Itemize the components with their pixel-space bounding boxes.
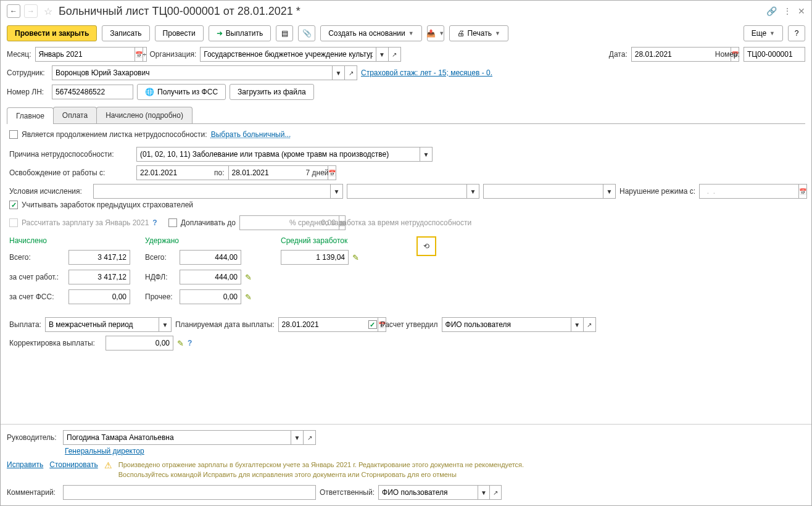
warning-icon: ⚠ <box>104 460 112 470</box>
correction-input[interactable] <box>106 336 173 350</box>
payout-label: Выплата: <box>9 320 41 329</box>
help-icon[interactable]: ? <box>152 218 157 227</box>
withheld-total-input[interactable] <box>180 250 241 265</box>
comment-input[interactable] <box>63 485 316 500</box>
manager-label: Руководитель: <box>7 433 59 442</box>
post-and-close-button[interactable]: Провести и закрыть <box>7 25 97 41</box>
calendar-icon[interactable]: 📅 <box>799 184 807 199</box>
dropdown-icon[interactable]: ▼ <box>291 430 304 445</box>
post-button[interactable]: Провести <box>155 25 204 41</box>
prev-insurers-checkbox[interactable] <box>9 201 18 209</box>
open-icon[interactable]: ↗ <box>345 65 357 80</box>
dropdown-icon[interactable]: ▼ <box>467 184 479 199</box>
topup-checkbox[interactable] <box>168 218 177 227</box>
calendar-icon[interactable]: 📅 <box>135 47 143 62</box>
org-label: Организация: <box>150 50 197 59</box>
release-from-label: Освобождение от работы с: <box>9 168 133 177</box>
open-icon[interactable]: ↗ <box>490 485 502 500</box>
dropdown-icon[interactable]: ▼ <box>571 317 584 332</box>
pay-button[interactable]: ➜Выплатить <box>209 25 271 41</box>
open-icon[interactable]: ↗ <box>304 430 316 445</box>
responsible-label: Ответственный: <box>320 488 375 497</box>
edit-icon[interactable]: ✎ <box>245 292 252 302</box>
continuation-label: Является продолжением листка нетрудоспос… <box>22 130 207 139</box>
month-input[interactable] <box>35 47 135 62</box>
calc-cond-3-input[interactable] <box>483 184 603 199</box>
edit-icon[interactable]: ✎ <box>352 253 359 262</box>
warning-text-2: Воспользуйтесь командой Исправить для ис… <box>118 470 524 479</box>
export-button[interactable]: 📤▼ <box>427 25 444 41</box>
close-icon[interactable]: ✕ <box>798 6 805 16</box>
ln-number-label: Номер ЛН: <box>7 88 48 96</box>
manager-input[interactable] <box>63 430 291 445</box>
accrued-emp-label: за счет работ.: <box>9 273 65 281</box>
calendar-icon[interactable]: 📅 <box>328 165 336 180</box>
open-icon[interactable]: ↗ <box>584 317 596 332</box>
fix-link[interactable]: Исправить <box>7 460 43 469</box>
payout-input[interactable] <box>45 317 159 332</box>
accrued-fss-input[interactable] <box>68 289 130 304</box>
help-icon[interactable]: ? <box>188 339 192 347</box>
window-title: Больничный лист ТЦ00-000001 от 28.01.202… <box>59 5 763 18</box>
ln-number-input[interactable] <box>52 85 133 99</box>
reason-input[interactable] <box>136 147 420 162</box>
continuation-checkbox[interactable] <box>9 130 18 139</box>
dropdown-icon[interactable]: ▼ <box>333 65 345 80</box>
kebab-icon[interactable]: ⋮ <box>783 6 792 16</box>
insurance-link[interactable]: Страховой стаж: лет - 15; месяцев - 0. <box>361 68 492 77</box>
create-based-button[interactable]: Создать на основании▼ <box>320 25 421 41</box>
dropdown-icon[interactable]: ▼ <box>376 47 389 62</box>
open-icon[interactable]: ↗ <box>389 47 401 62</box>
withheld-other-input[interactable] <box>180 289 241 304</box>
get-fss-button[interactable]: 🌐 Получить из ФСС <box>137 84 226 100</box>
forward-button[interactable]: → <box>24 4 38 18</box>
edit-icon[interactable]: ✎ <box>245 273 252 282</box>
violation-date-input[interactable] <box>699 184 799 199</box>
number-input[interactable] <box>744 47 805 62</box>
dropdown-icon[interactable]: ▼ <box>478 485 490 500</box>
avg-earn-input[interactable] <box>281 250 349 265</box>
calc-approved-checkbox[interactable] <box>368 320 377 329</box>
dropdown-icon[interactable]: ▼ <box>420 147 433 162</box>
employee-input[interactable] <box>52 65 333 80</box>
calc-cond-2-input[interactable] <box>347 184 467 199</box>
tab-payment[interactable]: Оплата <box>53 107 97 123</box>
org-input[interactable] <box>200 47 376 62</box>
print-button[interactable]: 🖨 Печать▼ <box>449 25 508 41</box>
calc-cond-1-input[interactable] <box>93 184 331 199</box>
violation-label: Нарушение режима с: <box>619 187 695 196</box>
edit-icon[interactable]: ✎ <box>177 339 184 348</box>
tab-main[interactable]: Главное <box>7 107 54 124</box>
approver-input[interactable] <box>442 317 571 332</box>
manager-position-link[interactable]: Генеральный директор <box>65 447 144 455</box>
refresh-button[interactable]: ⟲ <box>416 236 436 256</box>
more-button[interactable]: Еще▼ <box>744 25 783 41</box>
pay-label: Выплатить <box>226 29 263 38</box>
release-to-label: по: <box>214 168 225 177</box>
favorite-icon[interactable]: ☆ <box>44 6 52 17</box>
tab-accrued[interactable]: Начислено (подробно) <box>96 107 193 123</box>
save-button[interactable]: Записать <box>102 25 149 41</box>
days-text: 7 дней <box>306 168 329 177</box>
back-button[interactable]: ← <box>7 4 20 18</box>
stepper-icon[interactable]: ÷ <box>143 47 147 62</box>
document-icon-button[interactable]: ▤ <box>276 25 293 41</box>
withheld-ndfl-label: НДФЛ: <box>145 273 176 281</box>
accrued-total-input[interactable] <box>68 250 130 265</box>
attachment-button[interactable]: 📎 <box>298 25 315 41</box>
load-file-button[interactable]: Загрузить из файла <box>230 84 314 100</box>
dropdown-icon[interactable]: ▼ <box>159 317 172 332</box>
withheld-ndfl-input[interactable] <box>180 270 241 284</box>
accrued-emp-input[interactable] <box>68 270 130 284</box>
link-icon[interactable]: 🔗 <box>766 6 777 16</box>
number-label: Номер: <box>715 50 740 59</box>
planned-date-input[interactable] <box>278 317 378 332</box>
reverse-link[interactable]: Сторнировать <box>49 460 97 469</box>
dropdown-icon[interactable]: ▼ <box>603 184 616 199</box>
help-button[interactable]: ? <box>788 25 805 41</box>
accrued-fss-label: за счет ФСС: <box>9 292 65 301</box>
choose-sickleave-link[interactable]: Выбрать больничный... <box>211 130 291 139</box>
accrued-title: Начислено <box>9 236 133 245</box>
responsible-input[interactable] <box>378 485 478 500</box>
dropdown-icon[interactable]: ▼ <box>331 184 343 199</box>
